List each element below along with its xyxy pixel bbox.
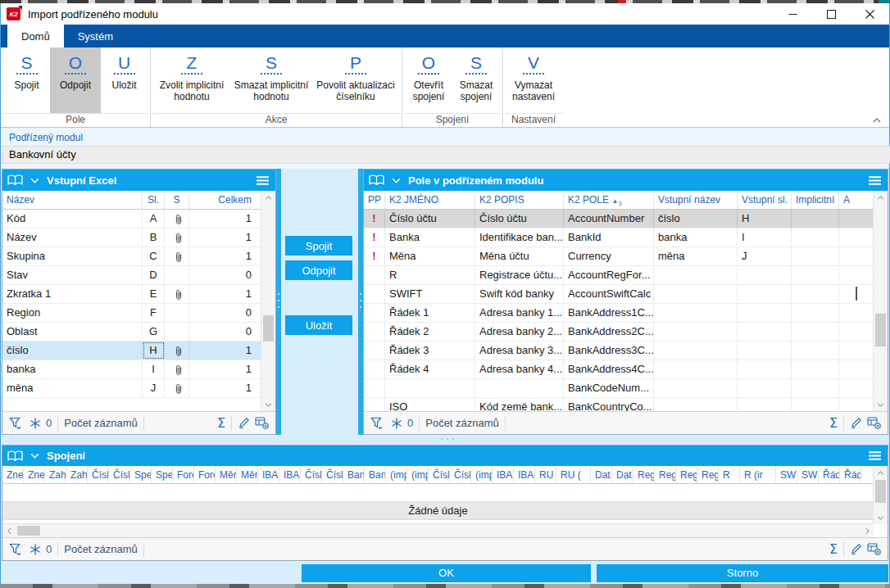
freeze-icon[interactable] <box>30 418 41 429</box>
col-header-18[interactable]: (imp <box>386 466 407 483</box>
col-header-20[interactable]: Čísl <box>429 466 450 483</box>
edit-icon[interactable] <box>238 417 250 429</box>
module-field-row[interactable]: SWIFTSwift kód bankyAccountSwiftCalc <box>364 285 888 304</box>
add-record-icon[interactable] <box>255 417 269 429</box>
edit-icon[interactable] <box>850 417 862 429</box>
ribbon-button-otevrit-spojeni[interactable]: O Otevřít spojení <box>405 47 452 113</box>
freeze-icon[interactable] <box>30 544 41 555</box>
tab-domu[interactable]: Domů <box>7 25 64 47</box>
excel-row[interactable]: RegionF0 <box>2 304 275 323</box>
chevron-down-icon[interactable] <box>30 178 39 183</box>
col-header-22[interactable]: (imp <box>471 466 493 483</box>
hamburger-menu-icon[interactable] <box>868 175 882 186</box>
ribbon-button-povolit-aktualizaci[interactable]: P Povolit aktualizaci číselníku <box>312 47 399 113</box>
input-excel-vertical-scrollbar[interactable] <box>261 191 275 411</box>
scroll-thumb[interactable] <box>17 526 40 536</box>
col-header-5[interactable]: Vstupní sl. <box>738 191 792 209</box>
col-header-30[interactable]: Regi <box>655 466 676 483</box>
module-field-row[interactable]: !BankaIdentifikace ban...BankIdbankaI <box>364 228 888 247</box>
sum-icon[interactable]: Σ <box>829 417 838 430</box>
col-header-0[interactable]: Název <box>2 191 143 209</box>
module-field-row[interactable]: Řádek 4Adresa banky 4...BankAddress4C... <box>364 360 888 379</box>
col-header-6[interactable]: Implicitní <box>792 191 839 209</box>
module-field-row[interactable]: Řádek 3Adresa banky 3...BankAddress3C... <box>364 341 888 360</box>
col-header-34[interactable]: R (ir <box>740 466 776 483</box>
scroll-down-arrow[interactable] <box>261 398 275 411</box>
module-field-row[interactable]: Řádek 2Adresa banky 2...BankAddress2C... <box>364 323 888 341</box>
scroll-up-arrow[interactable] <box>874 466 888 479</box>
excel-row[interactable]: KódA1 <box>2 210 275 228</box>
scroll-thumb[interactable] <box>875 480 886 503</box>
excel-row[interactable]: měnaJ1 <box>2 379 275 398</box>
module-value-field[interactable]: Bankovní účty <box>2 146 890 164</box>
ok-button[interactable]: OK <box>302 564 591 582</box>
record-count-label[interactable]: Počet záznamů <box>425 417 499 429</box>
module-field-row[interactable]: !MěnaMěna účtuCurrencyměnaJ <box>364 247 888 266</box>
spojeni-horizontal-scrollbar[interactable] <box>2 523 874 537</box>
scroll-up-arrow[interactable] <box>874 191 888 204</box>
ribbon-button-smazat-implicitni[interactable]: S Smazat implicitní hodnotu <box>230 47 312 113</box>
col-header-28[interactable]: Dat. <box>612 466 633 483</box>
scroll-thumb[interactable] <box>263 315 274 341</box>
col-header-9[interactable]: Fore <box>194 466 216 483</box>
col-header-33[interactable]: R <box>719 466 740 483</box>
add-record-icon[interactable] <box>867 543 881 555</box>
col-header-7[interactable]: Spe <box>152 466 173 483</box>
col-header-4[interactable]: Čísl <box>88 466 109 483</box>
col-header-11[interactable]: Měr <box>237 466 258 483</box>
col-header-17[interactable]: Banl <box>365 466 386 483</box>
splitter-left[interactable] <box>276 169 281 435</box>
col-header-14[interactable]: Čísl <box>301 466 322 483</box>
col-header-31[interactable]: Regi <box>676 466 697 483</box>
col-header-23[interactable]: IBAN <box>493 466 514 483</box>
col-header-5[interactable]: Čísl <box>109 466 130 483</box>
ribbon-button-ulozit[interactable]: U Uložit <box>101 47 148 113</box>
col-header-2[interactable]: Zah <box>45 466 66 483</box>
horizontal-splitter[interactable] <box>441 438 457 441</box>
add-record-icon[interactable] <box>867 417 881 429</box>
ribbon-button-odpojit[interactable]: O Odpojit <box>50 47 101 113</box>
module-fields-vertical-scrollbar[interactable] <box>873 191 888 411</box>
excel-row[interactable]: SkupinaC1 <box>2 247 275 266</box>
col-header-32[interactable]: Regi <box>697 466 719 483</box>
col-header-37[interactable]: Řád <box>819 466 840 483</box>
col-header-1[interactable]: Sl. <box>143 191 165 209</box>
col-header-7[interactable]: A <box>839 191 874 209</box>
filter-icon[interactable] <box>370 417 384 429</box>
col-header-24[interactable]: IBAN <box>514 466 535 483</box>
sum-icon[interactable]: Σ <box>217 417 225 430</box>
hamburger-menu-icon[interactable] <box>868 450 882 461</box>
scroll-left-arrow[interactable] <box>2 524 16 537</box>
checkbox[interactable] <box>856 287 857 301</box>
col-header-21[interactable]: Čísl <box>450 466 471 483</box>
col-header-29[interactable]: Regi <box>633 466 655 483</box>
col-header-27[interactable]: Dat. <box>591 466 612 483</box>
excel-row[interactable]: čísloH1 <box>2 341 275 360</box>
col-header-12[interactable]: IBAN <box>258 466 279 483</box>
module-field-row[interactable]: BankCodeNum... <box>364 379 888 398</box>
col-header-0[interactable]: PP <box>364 191 385 209</box>
ribbon-button-spojit[interactable]: S Spojit <box>3 47 50 113</box>
excel-row[interactable]: StavD0 <box>2 266 275 285</box>
col-header-26[interactable]: RU ( <box>556 466 591 483</box>
col-header-35[interactable]: SWII <box>776 466 797 483</box>
col-header-25[interactable]: RU <box>535 466 556 483</box>
excel-row[interactable]: OblastG0 <box>2 323 275 341</box>
freeze-icon[interactable] <box>391 418 402 429</box>
ribbon-button-vymazat-nastaveni[interactable]: V Vymazat nastavení <box>506 47 561 113</box>
col-header-3[interactable]: Zah <box>66 466 88 483</box>
storno-button[interactable]: Storno <box>597 564 888 582</box>
filter-icon[interactable] <box>9 417 22 429</box>
hamburger-menu-icon[interactable] <box>256 175 270 186</box>
record-count-label[interactable]: Počet záznamů <box>64 543 138 555</box>
odpojit-button[interactable]: Odpojit <box>285 260 352 280</box>
scroll-down-arrow[interactable] <box>874 398 888 411</box>
close-button[interactable] <box>851 3 889 25</box>
col-header-0[interactable]: Zne <box>2 466 24 483</box>
module-field-row[interactable]: Řádek 1Adresa banky 1...BankAddress1C... <box>364 304 888 323</box>
excel-row[interactable]: Zkratka 1E1 <box>2 285 275 304</box>
col-header-13[interactable]: IBAN <box>279 466 301 483</box>
ribbon-button-smazat-spojeni[interactable]: S Smazat spojení <box>452 47 500 113</box>
ribbon-collapse-button[interactable] <box>873 118 881 123</box>
chevron-down-icon[interactable] <box>30 453 39 459</box>
